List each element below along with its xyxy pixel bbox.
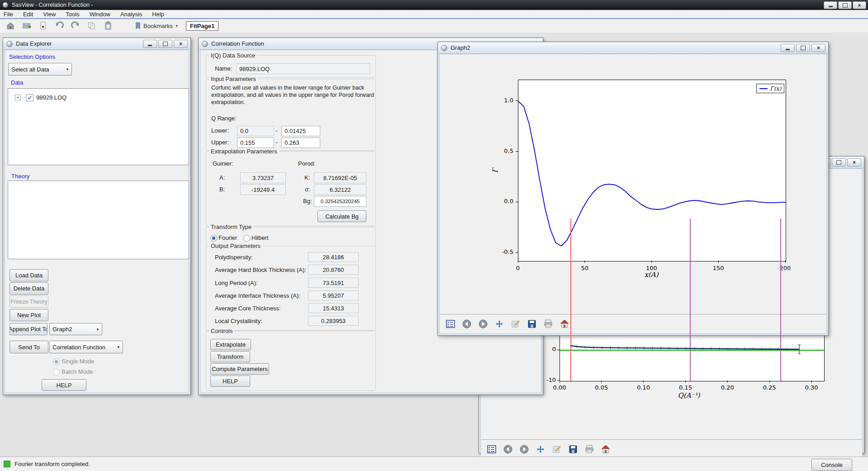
graph2-legend[interactable]: Γ(x) [756, 84, 784, 93]
tab-fitpage1[interactable]: FitPage1 [186, 21, 218, 31]
back-icon[interactable] [503, 444, 513, 455]
plot-data-icon[interactable] [486, 444, 497, 455]
sasview-app: SasView - Correlation Function - × File … [0, 0, 868, 471]
maximize-button[interactable] [838, 1, 852, 9]
porod-k-field[interactable]: 8.71692E-05 [314, 172, 366, 183]
selection-dropdown[interactable]: Select all Data ▼ [8, 63, 72, 76]
save-file-icon[interactable] [21, 20, 33, 31]
lower-min-field[interactable]: 0.0 [237, 126, 274, 136]
freeze-theory-button[interactable]: Freeze Theory [9, 295, 48, 308]
graph2-titlebar[interactable]: Graph2 × [438, 42, 828, 54]
forward-icon[interactable] [519, 444, 530, 455]
open-file-icon[interactable] [5, 20, 16, 31]
data-item-label[interactable]: 98929.LOQ [36, 94, 66, 101]
new-plot-button[interactable]: New Plot [9, 309, 48, 321]
graph2-minimize-button[interactable] [781, 44, 795, 52]
de-maximize-button[interactable] [158, 40, 172, 48]
output-row-value[interactable]: 5.95207 [308, 290, 359, 300]
porod-bg-field[interactable]: 0.325425320245 [314, 196, 366, 207]
append-plot-button[interactable]: Append Plot To [9, 323, 47, 335]
pan-icon[interactable] [535, 444, 546, 455]
reset-home-icon[interactable] [600, 444, 611, 455]
menu-view[interactable]: View [43, 11, 56, 18]
maximize-icon [843, 3, 848, 8]
delete-data-button[interactable]: Delete Data [9, 282, 48, 295]
print-icon[interactable] [543, 319, 554, 329]
data-explorer-window-icon [6, 41, 13, 47]
menu-file[interactable]: File [4, 11, 13, 18]
de-close-button[interactable]: × [174, 40, 188, 48]
print-icon[interactable] [584, 444, 595, 455]
fourier-radio[interactable] [210, 235, 217, 242]
guinier-a-field[interactable]: 3.73237 [240, 172, 286, 183]
bookmarks-group[interactable]: Bookmarks ▼ [135, 22, 179, 29]
save-plot-icon[interactable] [568, 444, 579, 455]
graph2-close-button[interactable]: × [811, 44, 825, 52]
minimize-icon [829, 6, 833, 7]
menubar: File Edit View Tools Window Analysis Hel… [0, 10, 868, 19]
upper-max-field[interactable]: 0.263 [281, 138, 320, 148]
compute-parameters-button[interactable]: Compute Parameters [210, 363, 269, 375]
extrapolate-button[interactable]: Extrapolate [210, 339, 251, 350]
forward-icon[interactable] [478, 319, 489, 329]
de-minimize-button[interactable] [143, 40, 157, 48]
lower-max-field[interactable]: 0.01425 [281, 126, 320, 136]
maximize-icon [801, 46, 806, 50]
send-to-target-dropdown[interactable]: Correlation Function ▼ [49, 341, 123, 353]
data-tree-panel[interactable]: + ✓ 98929.LOQ [8, 88, 189, 165]
output-row-label: Average Hard Block Thickness (A): [215, 266, 306, 273]
name-field[interactable]: 98929.LOQ [236, 63, 370, 74]
batch-mode-radio[interactable] [53, 369, 60, 376]
de-help-button[interactable]: HELP [42, 379, 86, 391]
output-row-value[interactable]: 73.5191 [308, 278, 359, 288]
data-explorer-titlebar[interactable]: Data Explorer × [3, 38, 190, 50]
undo-icon[interactable] [53, 20, 65, 31]
zoom-edit-icon[interactable] [510, 319, 521, 329]
output-row-label: Polydispersity: [215, 254, 253, 261]
redo-icon[interactable] [70, 20, 81, 31]
upper-label: Upper: [211, 139, 229, 146]
transform-button[interactable]: Transform [210, 351, 250, 362]
pan-icon[interactable] [494, 319, 505, 329]
output-row-value[interactable]: 0.283953 [308, 316, 359, 326]
paste-icon[interactable] [102, 20, 114, 31]
hilbert-radio[interactable] [243, 235, 250, 242]
graph1-axes[interactable] [560, 218, 825, 381]
output-row-value[interactable]: 28.4186 [308, 252, 359, 262]
graph2-maximize-button[interactable] [796, 44, 810, 52]
send-to-button[interactable]: Send To [9, 341, 48, 353]
single-mode-radio[interactable] [53, 358, 60, 365]
porod-sigma-field[interactable]: 6.32122 [314, 184, 366, 195]
output-row-value[interactable]: 20.8760 [308, 265, 359, 275]
upper-min-field[interactable]: 0.155 [237, 138, 274, 148]
output-row-value[interactable]: 15.4313 [308, 303, 359, 313]
graph1-close-button[interactable]: × [847, 158, 861, 167]
status-indicator [4, 461, 10, 467]
zoom-edit-icon[interactable] [551, 444, 562, 455]
guinier-b-field[interactable]: -19249.4 [240, 184, 286, 195]
menu-analysis[interactable]: Analysis [120, 11, 142, 18]
load-data-button[interactable]: Load Data [9, 269, 48, 281]
copy-icon[interactable] [86, 20, 98, 31]
back-icon[interactable] [461, 319, 472, 329]
statusbar: Fourier transform completed. Console [0, 457, 868, 471]
corfunc-window-icon [202, 41, 208, 47]
data-item-checkbox[interactable]: ✓ [26, 94, 33, 101]
menu-tools[interactable]: Tools [66, 11, 79, 18]
graph1-maximize-button[interactable] [832, 158, 846, 167]
minimize-button[interactable] [824, 1, 837, 9]
close-button[interactable]: × [853, 1, 866, 9]
theory-label: Theory [11, 173, 29, 180]
menu-edit[interactable]: Edit [23, 11, 33, 18]
report-icon[interactable] [37, 20, 49, 31]
menu-help[interactable]: Help [152, 11, 164, 18]
theory-tree-panel[interactable] [8, 181, 189, 259]
append-plot-target-dropdown[interactable]: Graph2 ▼ [49, 323, 102, 335]
corfunc-description-line2: extrapolation, and all values in the upp… [211, 92, 374, 98]
calculate-bg-button[interactable]: Calculate Bg [318, 210, 366, 222]
console-button[interactable]: Console [811, 459, 852, 471]
cf-help-button[interactable]: HELP [210, 376, 250, 387]
plot-data-icon[interactable] [445, 319, 456, 329]
save-plot-icon[interactable] [526, 319, 537, 329]
menu-window[interactable]: Window [90, 11, 110, 18]
